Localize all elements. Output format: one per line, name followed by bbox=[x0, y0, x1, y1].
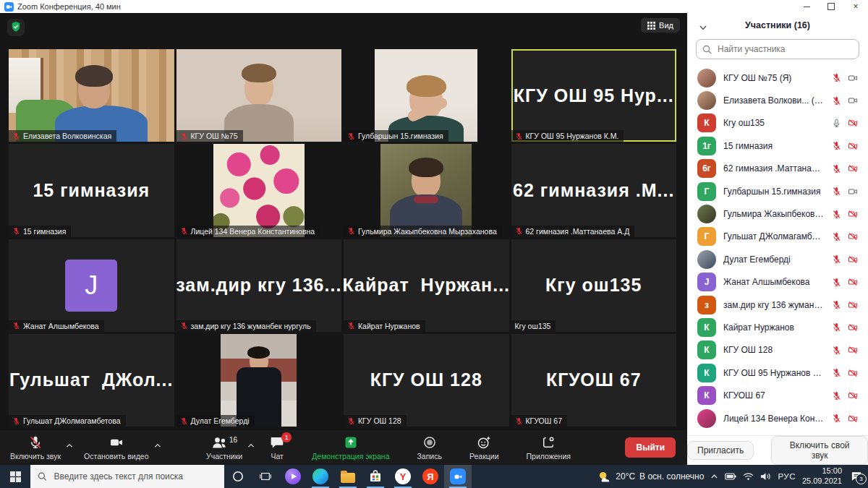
meeting-toolbar: Включить звукОстановить видео 16Участник… bbox=[0, 430, 687, 465]
participant-row-2[interactable]: Елизавета Волкови... (Организатор) bbox=[687, 89, 868, 111]
hidden-icons-chevron[interactable] bbox=[710, 474, 718, 480]
participant-name: Лицей 134 Венера Константинов... bbox=[723, 414, 825, 424]
video-tile-12[interactable]: Кгу ош135Кгу ош135 bbox=[511, 239, 677, 332]
video-tile-13[interactable]: Гульшат ДЖол...Гульшат ДЖолмагамбетова bbox=[9, 334, 174, 427]
toolbar-video-button[interactable]: Остановить видео bbox=[81, 435, 157, 461]
participant-row-16[interactable]: Лицей 134 Венера Константинов... bbox=[687, 407, 868, 429]
participant-row-6[interactable]: ГГулбаршын 15.гимназия bbox=[687, 180, 868, 202]
toolbar-participants-button[interactable]: 16Участники bbox=[203, 435, 251, 461]
toolbar-mute-button[interactable]: Включить звук bbox=[7, 435, 69, 461]
weather-widget[interactable]: 20°C В осн. солнечно bbox=[597, 471, 704, 483]
toolbar-mute-chevron[interactable] bbox=[65, 439, 74, 452]
participant-row-13[interactable]: ККГУ ОШ 128 bbox=[687, 339, 868, 361]
camera-off-icon bbox=[848, 368, 858, 378]
participant-row-10[interactable]: JЖанат Алшымбекова bbox=[687, 271, 868, 294]
battery-icon[interactable] bbox=[725, 472, 736, 481]
participant-search bbox=[696, 39, 859, 61]
security-shield-icon[interactable] bbox=[7, 19, 25, 36]
wifi-icon[interactable] bbox=[743, 472, 754, 481]
tile-name-label: Гулбаршын 15.гимназия bbox=[344, 130, 448, 142]
search-icon bbox=[702, 45, 712, 54]
screen: Zoom Конференция, 40 мин × Вид Елизавета… bbox=[0, 0, 868, 488]
mic-muted-icon bbox=[12, 227, 20, 235]
reactions-icon bbox=[477, 435, 491, 450]
video-tile-16[interactable]: КГУОШ 67КГУОШ 67 bbox=[511, 334, 677, 427]
participant-row-4[interactable]: 1г15 гимназия bbox=[687, 134, 868, 157]
video-tile-8[interactable]: 62 гимназия .М...62 гимназия .Маттанаева… bbox=[511, 144, 677, 236]
toolbar-participants-label: Участники bbox=[206, 452, 242, 461]
task-view-button[interactable] bbox=[252, 465, 279, 488]
video-tile-4[interactable]: КГУ ОШ 95 Нур...КГУ ОШ 95 Нуржанов К.М. bbox=[511, 49, 677, 142]
video-tile-1[interactable]: Елизавета Волковинская bbox=[9, 49, 174, 142]
yandex-browser-icon[interactable]: Y bbox=[389, 465, 417, 488]
cortana-button[interactable] bbox=[224, 465, 252, 488]
participant-row-3[interactable]: ККгу ош135 bbox=[687, 112, 868, 134]
toolbar-apps-button[interactable]: Приложения bbox=[524, 435, 579, 461]
unmute-self-button[interactable]: Включить свой звук bbox=[771, 436, 868, 465]
video-tile-7[interactable]: Гульмира Жакыпбековна Мырзаханова bbox=[344, 144, 509, 236]
participant-row-14[interactable]: ККГУ ОШ 95 Нуржанов К.М. bbox=[687, 361, 868, 384]
tile-display-name: Кайрат Нуржан... bbox=[344, 239, 509, 332]
toolbar-chat-button[interactable]: 1Чат bbox=[267, 435, 293, 461]
participant-row-12[interactable]: ККайрат Нуржанов bbox=[687, 316, 868, 338]
search-participant-input[interactable] bbox=[696, 39, 859, 59]
yandex-icon[interactable]: Я bbox=[417, 465, 444, 488]
close-button[interactable]: × bbox=[843, 0, 868, 13]
participant-row-8[interactable]: ГГульшат ДЖолмагамбетова bbox=[687, 226, 868, 248]
participant-row-5[interactable]: 6г62 гимназия .Маттанаева А.Д bbox=[687, 158, 868, 180]
toolbar-reactions-button[interactable]: Реакции bbox=[467, 435, 508, 461]
volume-icon[interactable] bbox=[760, 472, 771, 481]
invite-button[interactable]: Пригласить bbox=[687, 441, 754, 460]
participant-name: Гульшат ДЖолмагамбетова bbox=[723, 231, 825, 241]
video-tile-6[interactable]: Лицей 134 Венера Константиновна bbox=[176, 144, 342, 236]
participant-row-7[interactable]: Гульмира Жакыпбековна Мырзах... bbox=[687, 202, 868, 225]
language-indicator[interactable]: РУС bbox=[778, 472, 796, 481]
file-explorer-icon[interactable] bbox=[334, 465, 362, 488]
notification-count-badge: 3 bbox=[856, 474, 867, 484]
mic-muted-icon bbox=[832, 368, 841, 377]
participant-row-15[interactable]: ККГУОШ 67 bbox=[687, 384, 868, 406]
alice-icon[interactable] bbox=[279, 465, 307, 488]
video-tile-3[interactable]: Гулбаршын 15.гимназия bbox=[344, 49, 509, 142]
start-button[interactable] bbox=[0, 465, 30, 488]
toolbar-video-chevron[interactable] bbox=[153, 439, 162, 452]
participant-avatar: з bbox=[697, 296, 716, 314]
view-button[interactable]: Вид bbox=[641, 18, 680, 33]
video-grid: Елизавета ВолковинскаяКГУ ОШ №75Гулбаршы… bbox=[9, 49, 676, 427]
video-tile-14[interactable]: Дулат Егемберді bbox=[176, 334, 342, 427]
video-tile-2[interactable]: КГУ ОШ №75 bbox=[176, 49, 342, 142]
minimize-button[interactable] bbox=[794, 0, 819, 13]
participant-avatar: Г bbox=[697, 182, 716, 201]
maximize-button[interactable] bbox=[819, 0, 843, 13]
participant-row-11[interactable]: ззам.дир кгу 136 жуманбек нургуль bbox=[687, 294, 868, 316]
video-tile-9[interactable]: JЖанат Алшымбекова bbox=[9, 239, 174, 332]
participant-row-9[interactable]: Дулат Егемберді bbox=[687, 248, 868, 270]
panel-collapse-chevron-icon[interactable] bbox=[699, 21, 707, 34]
taskbar-search[interactable] bbox=[30, 465, 224, 488]
toolbar-participants-chevron[interactable] bbox=[247, 439, 255, 452]
video-tile-11[interactable]: Кайрат Нуржан...Кайрат Нуржанов bbox=[344, 239, 509, 332]
taskbar-search-input[interactable] bbox=[53, 471, 217, 482]
mic-muted-icon bbox=[832, 300, 841, 309]
toolbar-record-button[interactable]: Запись bbox=[414, 435, 451, 461]
leave-button[interactable]: Выйти bbox=[625, 437, 676, 458]
video-feed bbox=[176, 49, 342, 142]
participant-row-1[interactable]: КГУ ОШ №75 (Я) bbox=[687, 67, 868, 89]
store-icon[interactable] bbox=[362, 465, 389, 488]
view-button-label: Вид bbox=[659, 21, 673, 30]
notifications-button[interactable]: 3 bbox=[851, 471, 862, 481]
video-tile-5[interactable]: 15 гимназия15 гимназия bbox=[9, 144, 174, 236]
zoom-taskbar-icon[interactable] bbox=[444, 465, 472, 488]
mic-muted-icon bbox=[832, 232, 841, 241]
clock[interactable]: 15:00 25.09.2021 bbox=[802, 466, 842, 487]
tile-name-label: КГУ ОШ №75 bbox=[176, 130, 243, 142]
search-icon bbox=[38, 471, 47, 481]
mic-muted-icon bbox=[347, 227, 355, 235]
edge-icon[interactable] bbox=[307, 465, 334, 488]
video-tile-10[interactable]: зам.дир кгу 136...зам.дир кгу 136 жуманб… bbox=[176, 239, 342, 332]
video-tile-15[interactable]: КГУ ОШ 128КГУ ОШ 128 bbox=[344, 334, 509, 427]
window-title: Zoom Конференция, 40 мин bbox=[17, 2, 121, 11]
mic-muted-icon bbox=[832, 278, 841, 287]
toolbar-share-button[interactable]: Демонстрация экрана bbox=[309, 435, 398, 461]
toolbar-record-label: Запись bbox=[417, 452, 442, 461]
